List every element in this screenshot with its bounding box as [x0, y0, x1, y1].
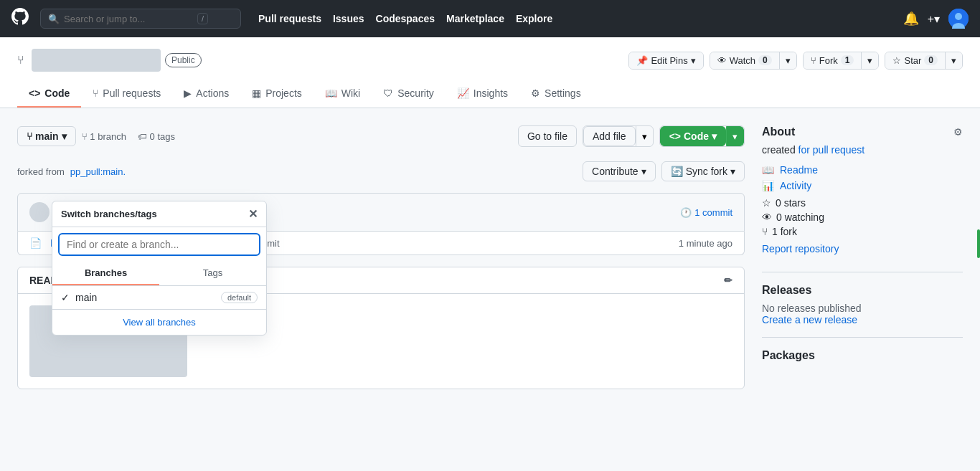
star-icon: ☆: [892, 55, 901, 66]
branch-icon: ⑂: [27, 130, 32, 142]
tab-projects[interactable]: ▦ Projects: [240, 80, 314, 108]
about-desc-link[interactable]: for pull request: [798, 144, 865, 156]
security-icon: 🛡: [383, 87, 393, 99]
committer-avatar: [29, 202, 50, 222]
gear-icon[interactable]: ⚙: [953, 126, 963, 138]
forked-from-text: forked from: [17, 166, 65, 177]
branch-dropdown: Switch branches/tags ✕ Branches Tags ✓ m…: [52, 201, 267, 336]
svg-point-1: [955, 13, 962, 20]
branch-selector-button[interactable]: ⑂ main ▾: [17, 126, 76, 146]
tag-count-link[interactable]: 🏷 0 tags: [138, 131, 175, 142]
tab-settings[interactable]: ⚙ Settings: [519, 80, 593, 108]
check-icon: ✓: [61, 292, 70, 303]
packages-title: Packages: [762, 349, 963, 362]
tab-pull-requests[interactable]: ⑂ Pull requests: [81, 80, 172, 108]
github-logo[interactable]: [11, 8, 29, 29]
tab-wiki[interactable]: 📖 Wiki: [314, 80, 372, 108]
repo-actions: 📌 Edit Pins ▾ 👁 Watch 0 ▾ ⑂ Fork: [628, 52, 963, 70]
code-icon: <>: [29, 87, 40, 99]
commit-count-link[interactable]: 🕐 1 commit: [680, 207, 732, 218]
code-dropdown-button[interactable]: ▾: [726, 126, 744, 146]
branch-item-main[interactable]: ✓ main default: [52, 286, 266, 309]
file-time: 1 minute ago: [566, 238, 732, 249]
star-dropdown-button[interactable]: ▾: [945, 52, 962, 69]
explore-link[interactable]: Explore: [516, 13, 552, 24]
sync-icon: 🔄: [671, 166, 683, 177]
settings-icon: ⚙: [531, 87, 540, 99]
fork-group: ⑂ Fork 1 ▾: [803, 52, 880, 70]
file-icon: 📄: [29, 237, 42, 249]
about-header: About ⚙: [762, 125, 963, 138]
search-bar[interactable]: 🔍 /: [40, 9, 241, 29]
fork-icon: ⑂: [811, 55, 816, 66]
marketplace-link[interactable]: Marketplace: [446, 13, 504, 24]
pull-requests-link[interactable]: Pull requests: [258, 13, 321, 24]
insights-icon: 📈: [457, 87, 469, 99]
edit-pins-button[interactable]: 📌 Edit Pins ▾: [629, 52, 702, 69]
fork-icon: ⑂: [762, 226, 768, 237]
scrollbar-accent: [977, 229, 980, 258]
activity-link[interactable]: 📊 Activity: [762, 180, 963, 191]
forked-from-link[interactable]: pp_pull:main.: [70, 166, 126, 177]
add-file-button[interactable]: Add file: [583, 126, 636, 146]
tab-security[interactable]: 🛡 Security: [372, 80, 446, 108]
chevron-down-icon: ▾: [730, 166, 735, 177]
tab-code[interactable]: <> Code: [17, 80, 81, 108]
branch-search-input[interactable]: [58, 233, 260, 256]
pin-icon: 📌: [636, 55, 648, 66]
dropdown-close-button[interactable]: ✕: [248, 207, 258, 221]
about-title: About: [762, 125, 795, 138]
plus-icon[interactable]: +▾: [928, 12, 940, 26]
fork-button[interactable]: ⑂ Fork 1: [804, 52, 862, 69]
chevron-down-icon: ▾: [62, 130, 67, 142]
about-links: 📖 Readme 📊 Activity: [762, 164, 963, 191]
watch-button[interactable]: 👁 Watch 0: [710, 52, 779, 69]
watch-group: 👁 Watch 0 ▾: [710, 52, 797, 70]
topnav-links: Pull requests Issues Codespaces Marketpl…: [258, 13, 552, 24]
watching-stat: 👁 0 watching: [762, 211, 963, 223]
branch-row: ⑂ main ▾ ⑂ 1 branch 🏷 0 tags Go to file: [17, 125, 745, 147]
actions-icon: ▶: [184, 87, 192, 99]
branch-count-link[interactable]: ⑂ 1 branch: [82, 131, 126, 142]
dropdown-tabs: Branches Tags: [52, 262, 266, 286]
fork-dropdown-button[interactable]: ▾: [861, 52, 878, 69]
topnav: 🔍 / Pull requests Issues Codespaces Mark…: [0, 0, 980, 37]
tab-actions[interactable]: ▶ Actions: [172, 80, 240, 108]
sync-fork-button[interactable]: 🔄 Sync fork ▾: [661, 161, 745, 181]
avatar[interactable]: [948, 9, 969, 29]
releases-title: Releases: [762, 284, 963, 297]
repo-name-placeholder: [32, 49, 161, 72]
edit-icon[interactable]: ✏: [724, 275, 732, 286]
star-icon: ☆: [762, 197, 771, 209]
topnav-right: 🔔 +▾: [903, 9, 969, 29]
edit-pins-group: 📌 Edit Pins ▾: [628, 52, 703, 70]
code-group: <> Code ▾ ▾: [659, 125, 745, 147]
search-input[interactable]: [64, 14, 193, 24]
eye-icon: 👁: [762, 211, 772, 223]
projects-icon: ▦: [252, 87, 261, 99]
contribute-button[interactable]: Contribute ▾: [583, 161, 656, 181]
tag-icon: 🏷: [138, 131, 147, 142]
dropdown-tab-tags[interactable]: Tags: [159, 262, 266, 285]
file-commit-message: Initial commit: [225, 238, 558, 249]
wiki-icon: 📖: [325, 87, 337, 99]
notification-icon[interactable]: 🔔: [903, 11, 919, 27]
dropdown-tab-branches[interactable]: Branches: [52, 262, 159, 285]
view-all-branches-link[interactable]: View all branches: [52, 309, 266, 335]
create-release-link[interactable]: Create a new release: [762, 314, 963, 325]
go-to-file-button[interactable]: Go to file: [518, 125, 577, 147]
divider-2: [762, 337, 963, 338]
tab-insights[interactable]: 📈 Insights: [446, 80, 519, 108]
watch-dropdown-button[interactable]: ▾: [779, 52, 796, 69]
add-file-dropdown-button[interactable]: ▾: [636, 126, 653, 146]
code-button[interactable]: <> Code ▾: [660, 126, 726, 146]
codespaces-link[interactable]: Codespaces: [376, 13, 435, 24]
chevron-down-icon: ▾: [691, 55, 696, 66]
star-button[interactable]: ☆ Star 0: [885, 52, 945, 69]
packages-section: Packages: [762, 349, 963, 362]
star-group: ☆ Star 0 ▾: [885, 52, 963, 70]
search-kbd: /: [197, 13, 208, 24]
readme-link[interactable]: 📖 Readme: [762, 164, 963, 176]
report-repository-link[interactable]: Report repository: [762, 243, 963, 254]
issues-link[interactable]: Issues: [333, 13, 364, 24]
